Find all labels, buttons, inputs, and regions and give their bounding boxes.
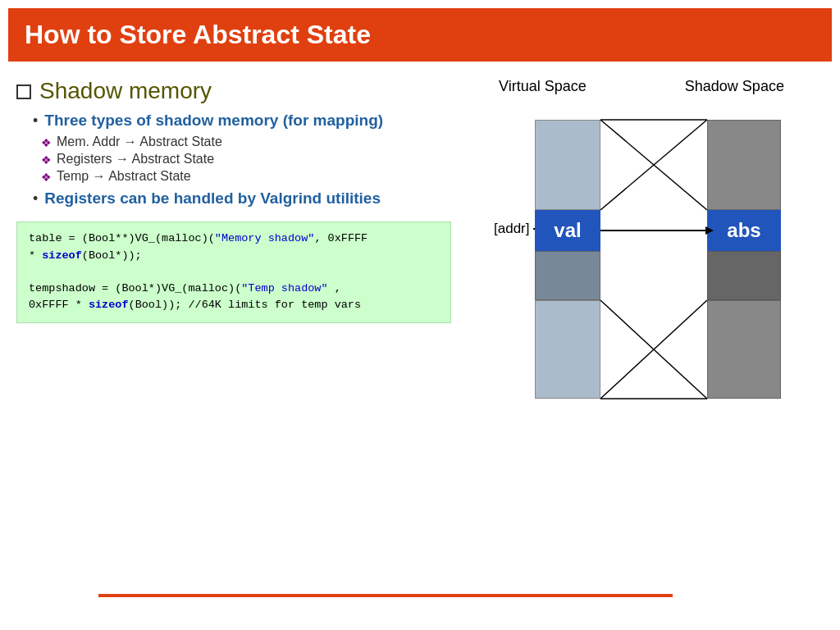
addr-text: [addr] (494, 221, 529, 237)
virtual-space-label: Virtual Space (499, 78, 587, 95)
shadow-top-segment (707, 120, 781, 210)
sub-text-2: Registers → Abstract State (57, 152, 214, 167)
bullet-dot-1: • (33, 112, 38, 130)
bullet-list: • Three types of shadow memory (for mapp… (16, 111, 459, 208)
code-text: , 0xFFFF (314, 232, 368, 244)
code-line-2: * sizeof(Bool*)); (29, 248, 439, 264)
abs-text: abs (727, 219, 760, 242)
diamond-icon-2: ❖ (41, 153, 52, 167)
shadow-memory-section: Shadow memory (16, 78, 459, 104)
sub-text-3: Temp → Abstract State (57, 169, 191, 184)
list-item: • Registers can be handled by Valgrind u… (33, 189, 459, 209)
code-text: (Bool*)); (82, 249, 142, 262)
main-content: Shadow memory • Three types of shadow me… (0, 62, 840, 415)
sub-text-1: Mem. Addr → Abstract State (57, 135, 222, 149)
bottom-decorative-line (98, 594, 673, 597)
code-text: table = (Bool**)VG_(malloc)( (29, 232, 215, 244)
left-panel: Shadow memory • Three types of shadow me… (8, 70, 468, 415)
list-item: ❖ Mem. Addr → Abstract State (41, 135, 459, 149)
virtual-top-segment (535, 120, 600, 210)
sub-list: ❖ Mem. Addr → Abstract State ❖ Registers… (33, 135, 459, 184)
code-text: (Bool)); //64K limits for temp vars (129, 299, 362, 311)
code-line-3 (29, 264, 439, 281)
virtual-bottom-segment (535, 300, 600, 399)
code-string-2: "Temp shadow" (241, 282, 327, 294)
val-text: val (554, 219, 581, 242)
code-line-1: table = (Bool**)VG_(malloc)("Memory shad… (29, 231, 439, 247)
bullet-text-2: Registers can be handled by Valgrind uti… (44, 189, 381, 209)
list-item: ❖ Registers → Abstract State (41, 152, 459, 167)
code-keyword-1: sizeof (42, 249, 82, 262)
virtual-column: val (535, 120, 600, 399)
diamond-icon-1: ❖ (41, 136, 52, 149)
code-keyword-2: sizeof (89, 299, 129, 311)
page-title: How to Store Abstract State (25, 20, 815, 50)
shadow-memory-heading: Shadow memory (39, 78, 212, 104)
diamond-icon-3: ❖ (41, 171, 52, 184)
shadow-column: abs (707, 120, 781, 399)
diagram-area: [addr] ⟶ val abs (494, 103, 806, 415)
bullet-item-1: • Three types of shadow memory (for mapp… (33, 111, 459, 131)
svg-line-6 (600, 300, 707, 399)
code-string-1: "Memory shadow" (215, 232, 315, 244)
diagram-labels: Virtual Space Shadow Space (468, 78, 832, 95)
code-line-4: tempshadow = (Bool*)VG_(malloc)("Temp sh… (29, 281, 439, 297)
bullet-text-1: Three types of shadow memory (for mappin… (44, 111, 383, 131)
virtual-mid-segment (535, 251, 600, 300)
code-line-5: 0xFFFF * sizeof(Bool)); //64K limits for… (29, 297, 439, 313)
title-bar: How to Store Abstract State (8, 8, 832, 62)
shadow-bottom-segment (707, 300, 781, 399)
code-text: * (29, 249, 42, 262)
checkbox-icon (16, 84, 31, 99)
bullet-dot-2: • (33, 190, 38, 208)
svg-line-1 (600, 120, 707, 210)
list-item: ❖ Temp → Abstract State (41, 169, 459, 184)
shadow-mid-segment (707, 251, 781, 300)
code-text: tempshadow = (Bool*)VG_(malloc)( (29, 282, 241, 294)
shadow-space-label: Shadow Space (685, 78, 784, 95)
svg-line-5 (600, 300, 707, 399)
svg-line-2 (600, 120, 707, 210)
bullet-item-2: • Registers can be handled by Valgrind u… (33, 189, 459, 209)
right-panel: Virtual Space Shadow Space [addr] ⟶ val (468, 70, 832, 415)
code-text: 0xFFFF * (29, 299, 89, 311)
shadow-value-segment: abs (707, 210, 781, 251)
code-block: table = (Bool**)VG_(malloc)("Memory shad… (16, 221, 451, 322)
list-item: • Three types of shadow memory (for mapp… (33, 111, 459, 184)
code-text: , (328, 282, 341, 294)
virtual-value-segment: val (535, 210, 600, 251)
